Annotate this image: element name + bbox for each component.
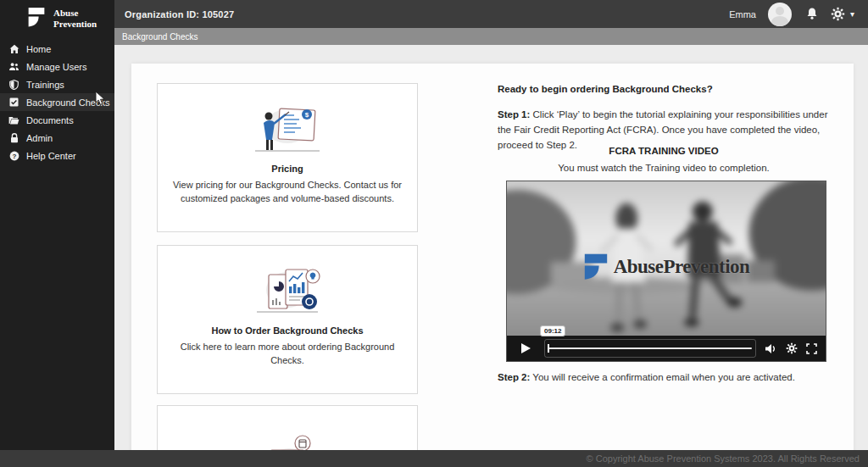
svg-text:$: $ bbox=[305, 111, 309, 119]
step2-label: Step 2: bbox=[498, 372, 530, 382]
breadcrumb-label: Background Checks bbox=[122, 32, 198, 42]
brand-line1: Abuse bbox=[53, 8, 97, 19]
home-icon bbox=[8, 44, 19, 54]
copyright-text: © Copyright Abuse Prevention Systems 202… bbox=[587, 453, 860, 464]
sidebar-item-label: Home bbox=[26, 44, 51, 54]
bell-icon[interactable] bbox=[805, 7, 819, 21]
sidebar-item-label: Help Center bbox=[26, 151, 76, 161]
volume-icon[interactable] bbox=[765, 343, 777, 354]
pricing-card[interactable]: $ Pricing View pricing for our Backgroun… bbox=[157, 83, 418, 232]
card-body: View pricing for our Background Checks. … bbox=[166, 179, 409, 206]
sidebar-item-home[interactable]: Home bbox=[0, 40, 114, 58]
footer: © Copyright Abuse Prevention Systems 202… bbox=[0, 450, 868, 467]
step2-body: You will receive a confirmation email wh… bbox=[530, 372, 795, 382]
sidebar-item-help-center[interactable]: ? Help Center bbox=[0, 147, 114, 164]
brand-line2: Prevention bbox=[53, 19, 97, 30]
mouse-cursor bbox=[95, 91, 106, 109]
play-button[interactable] bbox=[507, 336, 544, 361]
brand-logo[interactable]: Abuse Prevention bbox=[0, 0, 114, 37]
sidebar-item-label: Trainings bbox=[26, 80, 64, 90]
card-body: Click here to learn more about ordering … bbox=[166, 341, 409, 368]
gear-icon[interactable] bbox=[831, 7, 845, 21]
avatar-head-shape bbox=[776, 7, 784, 15]
svg-text:?: ? bbox=[12, 152, 16, 159]
breadcrumb: Background Checks bbox=[114, 28, 868, 45]
brand-name: Abuse Prevention bbox=[53, 8, 97, 29]
video-watermark: AbusePrevention bbox=[507, 253, 826, 281]
topbar: Organization ID: 105027 Emma ▾ bbox=[114, 0, 868, 28]
caret-down-icon[interactable]: ▾ bbox=[850, 9, 854, 19]
avatar-torso-shape bbox=[771, 16, 788, 26]
step2-text: Step 2: You will receive a confirmation … bbox=[498, 370, 830, 385]
content-panel: $ Pricing View pricing for our Backgroun… bbox=[131, 64, 854, 467]
video-controls: 09:12 bbox=[507, 336, 826, 361]
video-title: FCRA TRAINING VIDEO bbox=[498, 146, 830, 156]
pricing-illustration: $ bbox=[247, 103, 328, 155]
avatar[interactable] bbox=[768, 3, 792, 26]
sidebar-item-admin[interactable]: Admin bbox=[0, 129, 114, 147]
main-area: $ Pricing View pricing for our Backgroun… bbox=[114, 45, 868, 467]
sidebar-item-label: Admin bbox=[26, 133, 53, 143]
question-circle-icon: ? bbox=[8, 151, 19, 161]
step1-label: Step 1: bbox=[498, 109, 530, 120]
shield-icon bbox=[8, 80, 19, 90]
video-subtitle: You must watch the Training video to com… bbox=[498, 163, 830, 173]
sidebar-item-manage-users[interactable]: Manage Users bbox=[0, 58, 114, 75]
page: { "colors": { "accent_blue": "#2f6cb3", … bbox=[0, 0, 868, 467]
sidebar-item-label: Documents bbox=[26, 115, 74, 125]
sidebar-item-documents[interactable]: Documents bbox=[0, 111, 114, 129]
video-player[interactable]: AbusePrevention 09:12 bbox=[506, 181, 826, 362]
step1-body: Click ‘Play’ to begin the tutorial expla… bbox=[498, 109, 828, 150]
sidebar-item-label: Manage Users bbox=[26, 62, 87, 72]
folder-icon bbox=[8, 116, 19, 125]
checkbox-icon bbox=[8, 97, 19, 107]
lock-icon bbox=[8, 133, 19, 143]
time-tooltip: 09:12 bbox=[540, 325, 565, 336]
card-title: Pricing bbox=[166, 164, 409, 174]
sidebar: Abuse Prevention Home Manage Users Train… bbox=[0, 0, 114, 450]
fullscreen-icon[interactable] bbox=[806, 343, 817, 354]
progress-track bbox=[548, 347, 752, 349]
progress-bar[interactable]: 09:12 bbox=[544, 339, 756, 358]
how-to-order-card[interactable]: How to Order Background Checks Click her… bbox=[157, 245, 418, 394]
shield-flag-icon bbox=[25, 6, 47, 31]
user-name: Emma bbox=[729, 9, 756, 19]
settings-icon[interactable] bbox=[786, 342, 798, 354]
card-title: How to Order Background Checks bbox=[166, 325, 409, 336]
users-icon bbox=[8, 62, 19, 71]
order-illustration bbox=[247, 264, 328, 317]
section-heading: Ready to begin ordering Background Check… bbox=[498, 84, 713, 94]
organization-id: Organization ID: 105027 bbox=[125, 9, 234, 19]
watermark-shield-icon bbox=[583, 253, 609, 281]
watermark-text: AbusePrevention bbox=[614, 256, 750, 278]
